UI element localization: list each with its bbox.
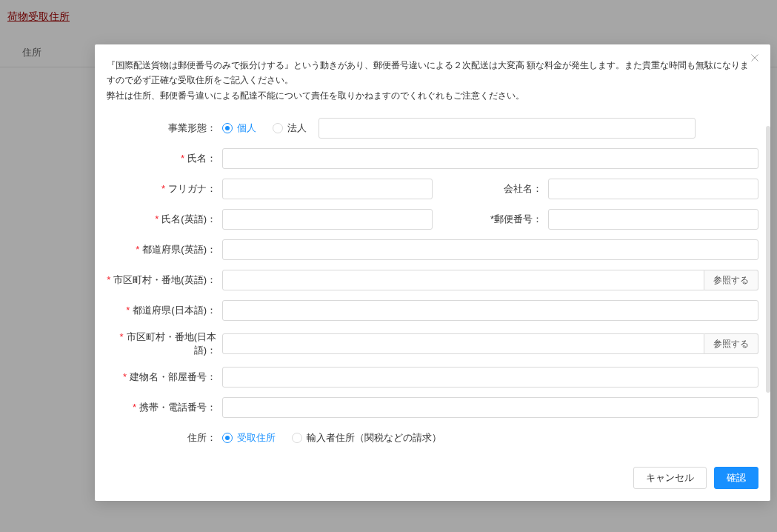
- label-building: *建物名・部屋番号：: [107, 370, 216, 384]
- radio-corporate-label: 法人: [287, 122, 307, 135]
- address-type-radio-group: 受取住所 輸入者住所（関税などの請求）: [222, 431, 441, 445]
- radio-dot-icon: [222, 433, 233, 443]
- name-en-input[interactable]: [222, 209, 433, 230]
- city-ja-input[interactable]: [222, 333, 704, 354]
- label-address-type: 住所：: [107, 431, 216, 445]
- scrollbar-thumb[interactable]: [766, 126, 770, 393]
- business-type-radio-group: 個人 法人: [222, 122, 307, 135]
- label-business-type: 事業形態：: [107, 122, 216, 135]
- radio-receive-address[interactable]: 受取住所: [222, 431, 276, 445]
- close-icon[interactable]: [748, 52, 761, 65]
- label-name: *氏名：: [107, 152, 216, 165]
- cancel-button[interactable]: キャンセル: [633, 467, 707, 489]
- pref-ja-input[interactable]: [222, 300, 758, 321]
- modal-footer: キャンセル 確認: [107, 467, 758, 489]
- label-city-en: *市区町村・番地(英語)：: [107, 273, 216, 287]
- radio-import-label: 輸入者住所（関税などの請求）: [307, 431, 441, 445]
- label-postal: *郵便番号：: [487, 213, 542, 226]
- label-company: 会社名：: [498, 182, 542, 196]
- modal-notice: 『国際配送貨物は郵便番号のみで振分けする』という動きがあり、郵便番号違いによる２…: [107, 58, 758, 103]
- label-pref-ja: *都道府県(日本語)：: [107, 304, 216, 317]
- business-type-input[interactable]: [319, 118, 696, 139]
- phone-input[interactable]: [222, 397, 758, 418]
- address-modal: 『国際配送貨物は郵便番号のみで振分けする』という動きがあり、郵便番号違いによる２…: [95, 44, 770, 501]
- radio-dot-icon: [292, 433, 302, 443]
- label-pref-en: *都道府県(英語)：: [107, 243, 216, 256]
- name-input[interactable]: [222, 148, 758, 169]
- radio-individual[interactable]: 個人: [222, 122, 256, 135]
- browse-ja-button[interactable]: 参照する: [704, 333, 758, 354]
- pref-en-input[interactable]: [222, 239, 758, 260]
- city-en-input[interactable]: [222, 270, 704, 290]
- radio-individual-label: 個人: [237, 122, 256, 135]
- label-name-en: *氏名(英語)：: [107, 213, 216, 226]
- postal-input[interactable]: [548, 209, 758, 230]
- label-furigana: *フリガナ：: [107, 182, 216, 196]
- radio-dot-icon: [222, 123, 233, 133]
- label-city-ja: *市区町村・番地(日本語)：: [107, 330, 216, 357]
- building-input[interactable]: [222, 367, 758, 388]
- radio-import-address[interactable]: 輸入者住所（関税などの請求）: [292, 431, 441, 445]
- radio-corporate[interactable]: 法人: [273, 122, 307, 135]
- browse-en-button[interactable]: 参照する: [704, 270, 758, 290]
- confirm-button[interactable]: 確認: [714, 467, 758, 489]
- notice-line-1: 『国際配送貨物は郵便番号のみで振分けする』という動きがあり、郵便番号違いによる２…: [107, 60, 749, 85]
- radio-receive-label: 受取住所: [237, 431, 276, 445]
- radio-dot-icon: [273, 123, 283, 133]
- company-input[interactable]: [548, 179, 758, 199]
- notice-line-2: 弊社は住所、郵便番号違いによる配達不能について責任を取りかねますのでくれぐれもご…: [107, 90, 524, 101]
- furigana-input[interactable]: [222, 179, 433, 199]
- label-phone: *携帯・電話番号：: [107, 401, 216, 414]
